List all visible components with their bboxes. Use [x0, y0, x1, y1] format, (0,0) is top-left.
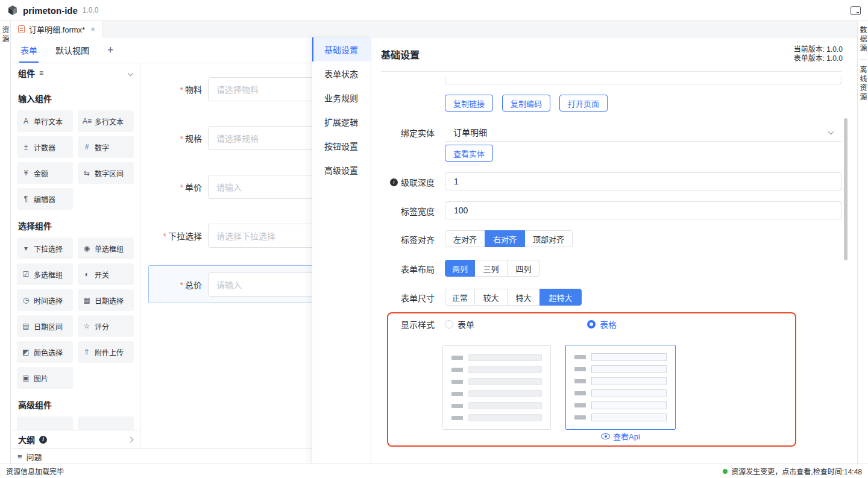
- nav-item-button-settings[interactable]: 按钮设置: [312, 134, 371, 158]
- status-right[interactable]: 资源发生变更，点击查看,检查时间:14:48: [723, 466, 862, 476]
- tab-form[interactable]: 表单: [20, 37, 37, 63]
- palette-header[interactable]: 组件 ≡: [11, 63, 140, 83]
- add-view-button[interactable]: +: [107, 44, 114, 57]
- nav-item-form-state[interactable]: 表单状态: [312, 61, 371, 86]
- palette-item-label: 时间选择: [34, 295, 63, 306]
- size-xxlarge-option[interactable]: 超特大: [539, 289, 582, 306]
- open-page-button[interactable]: 打开页面: [559, 95, 608, 112]
- palette-item-single-line-text[interactable]: A 单行文本: [17, 110, 73, 132]
- editor-icon: ¶: [22, 195, 30, 203]
- required-mark: *: [180, 134, 183, 143]
- palette-header-label: 组件: [18, 67, 35, 79]
- datasource-vertical-tab[interactable]: 数据源: [858, 26, 868, 53]
- file-upload-icon: ⇧: [83, 348, 91, 356]
- palette-item-checkbox-group[interactable]: ☑ 多选框组: [17, 263, 73, 285]
- right-strip: 数据源 离线资源: [857, 21, 868, 464]
- form-field-unit-price[interactable]: *单价 请输入: [140, 175, 312, 199]
- nav-item-advanced-settings[interactable]: 高级设置: [312, 158, 371, 182]
- settings-panel-title: 基础设置: [381, 47, 420, 61]
- single-line-text-icon: A: [22, 117, 30, 125]
- palette-item-radio-group[interactable]: ◉ 单选框组: [78, 237, 134, 259]
- required-mark: *: [180, 85, 183, 95]
- palette-item-color-picker[interactable]: ◩ 颜色选择: [17, 341, 73, 363]
- label-width-label: 标签宽度: [371, 205, 435, 217]
- size-xlarge-option[interactable]: 特大: [507, 289, 540, 306]
- palette-item-date-picker[interactable]: ▦ 日期选择: [78, 289, 134, 311]
- size-normal-option[interactable]: 正常: [445, 289, 475, 306]
- radio-form-style[interactable]: [445, 320, 453, 329]
- copy-code-button[interactable]: 复制编码: [502, 95, 550, 112]
- form-field-total-price[interactable]: *总价 请输入: [140, 272, 312, 297]
- palette-item-number[interactable]: # 数字: [78, 136, 134, 158]
- counter-icon: ±: [22, 143, 30, 151]
- chevron-down-icon[interactable]: [128, 70, 134, 76]
- form-field-dropdown[interactable]: *下拉选择 请选择下拉选择: [140, 224, 312, 248]
- file-tab-order-detail[interactable]: 订单明细.formx* ×: [11, 21, 103, 37]
- form-field-spec[interactable]: *规格 请选择规格: [140, 126, 312, 150]
- chevron-right-icon[interactable]: [128, 436, 134, 442]
- form-version: 表单版本: 1.0.0: [794, 54, 843, 63]
- three-column-option[interactable]: 三列: [474, 260, 508, 277]
- input-components-grid: A 单行文本 A≡ 多行文本 ± 计数器 # 数字 ¥ 金额 ⇆ 数字区间 ¶ …: [11, 110, 140, 210]
- material-select[interactable]: 请选择物料: [208, 77, 312, 101]
- nav-item-extension-logic[interactable]: 扩展逻辑: [312, 110, 371, 134]
- unit-price-input[interactable]: 请输入: [208, 175, 312, 199]
- outline-bar[interactable]: 大纲: [11, 430, 140, 448]
- form-style-preview[interactable]: [442, 345, 551, 430]
- scrollbar-thumb[interactable]: [844, 118, 848, 260]
- window-panel-icon[interactable]: [851, 6, 861, 15]
- dropdown-select[interactable]: 请选择下拉选择: [208, 224, 312, 248]
- cascade-depth-input[interactable]: 1: [445, 172, 841, 190]
- view-entity-button[interactable]: 查看实体: [445, 145, 493, 162]
- close-icon[interactable]: ×: [90, 25, 95, 33]
- required-mark: *: [163, 231, 166, 241]
- app-logo-icon: [7, 5, 18, 16]
- palette-item-amount[interactable]: ¥ 金额: [17, 162, 73, 184]
- current-version: 当前版本: 1.0.0: [794, 45, 843, 54]
- field-label: *规格: [140, 132, 208, 144]
- two-column-option[interactable]: 两列: [445, 260, 475, 277]
- palette-item-file-upload[interactable]: ⇧ 附件上传: [78, 341, 134, 363]
- required-mark: *: [180, 280, 183, 290]
- total-price-input[interactable]: 请输入: [208, 272, 312, 297]
- align-left-option[interactable]: 左对齐: [445, 230, 485, 247]
- status-left-text: 资源信息加载完毕: [6, 466, 64, 476]
- date-picker-icon: ▦: [83, 296, 91, 304]
- app-version: 1.0.0: [83, 6, 99, 14]
- radio-table-style[interactable]: [587, 320, 596, 329]
- align-right-option[interactable]: 右对齐: [485, 230, 525, 247]
- palette-item-switch[interactable]: ◐ 开关: [78, 263, 134, 285]
- palette-item-editor[interactable]: ¶ 编辑器: [17, 188, 73, 210]
- nav-item-business-rules[interactable]: 业务规则: [312, 86, 371, 110]
- spec-select[interactable]: 请选择规格: [208, 126, 312, 150]
- section-title-advanced: 高级组件: [18, 398, 133, 410]
- form-field-material[interactable]: *物料 请选择物料: [140, 77, 312, 101]
- bind-entity-select[interactable]: 订单明细: [445, 122, 841, 142]
- table-style-preview[interactable]: [565, 345, 676, 430]
- palette-item-dropdown-select[interactable]: ▾ 下拉选择: [17, 237, 73, 259]
- palette-item-partial[interactable]: [17, 417, 73, 430]
- resources-vertical-tab[interactable]: 资源: [0, 26, 10, 44]
- problems-bar[interactable]: ≡ 问题: [11, 448, 312, 464]
- offline-resources-vertical-tab[interactable]: 离线资源: [858, 66, 868, 102]
- palette-item-multi-line-text[interactable]: A≡ 多行文本: [78, 110, 134, 132]
- palette-item-rating[interactable]: ☆ 评分: [78, 315, 134, 337]
- palette-item-image[interactable]: ▣ 图片: [17, 367, 73, 389]
- file-tab-strip: 订单明细.formx* ×: [11, 21, 857, 37]
- palette-item-label: 计数器: [34, 142, 55, 153]
- nav-item-basic-settings[interactable]: 基础设置: [312, 37, 371, 61]
- palette-item-counter[interactable]: ± 计数器: [17, 136, 73, 158]
- view-api-link[interactable]: 查看Api: [565, 430, 676, 442]
- advanced-components-grid: [11, 417, 140, 430]
- palette-item-time-picker[interactable]: ◷ 时间选择: [17, 289, 73, 311]
- four-column-option[interactable]: 四列: [507, 260, 540, 277]
- align-top-option[interactable]: 顶部对齐: [524, 230, 573, 247]
- palette-item-label: 单行文本: [34, 116, 63, 127]
- copy-link-button[interactable]: 复制链接: [445, 95, 493, 112]
- palette-item-date-range[interactable]: ▤ 日期区间: [17, 315, 73, 337]
- palette-item-number-range[interactable]: ⇆ 数字区间: [78, 162, 134, 184]
- label-width-input[interactable]: 100: [445, 201, 841, 219]
- tab-default-view[interactable]: 默认视图: [55, 37, 89, 63]
- size-large-option[interactable]: 较大: [474, 289, 508, 306]
- palette-item-partial[interactable]: [78, 417, 134, 430]
